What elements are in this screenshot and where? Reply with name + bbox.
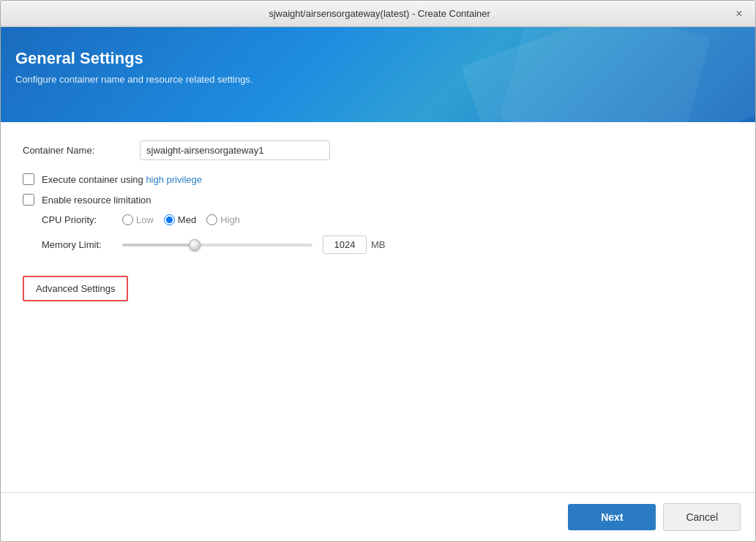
cpu-low-radio[interactable] bbox=[122, 214, 133, 225]
cpu-med-option: Med bbox=[164, 214, 196, 225]
memory-slider-container bbox=[122, 238, 312, 252]
cpu-high-option: High bbox=[206, 214, 240, 225]
resource-limit-row: Enable resource limitation bbox=[23, 194, 733, 206]
next-button[interactable]: Next bbox=[568, 504, 656, 530]
cpu-priority-row: CPU Priority: Low Med High bbox=[42, 214, 733, 225]
cpu-med-radio[interactable] bbox=[164, 214, 175, 225]
resource-limit-checkbox[interactable] bbox=[23, 194, 34, 206]
title-bar: sjwaight/airsensorgateway(latest) - Crea… bbox=[1, 1, 755, 27]
create-container-window: sjwaight/airsensorgateway(latest) - Crea… bbox=[0, 0, 756, 542]
memory-slider-thumb[interactable] bbox=[189, 239, 201, 251]
memory-slider-fill bbox=[122, 244, 198, 246]
cpu-high-label: High bbox=[220, 214, 240, 225]
advanced-settings-button[interactable]: Advanced Settings bbox=[23, 276, 128, 301]
resource-limit-label: Enable resource limitation bbox=[42, 195, 151, 206]
memory-slider-track bbox=[122, 244, 312, 246]
container-name-label: Container Name: bbox=[23, 145, 140, 156]
high-privilege-label: Execute container using high privilege bbox=[42, 174, 202, 185]
cpu-radio-group: Low Med High bbox=[122, 214, 246, 225]
memory-input-group: MB bbox=[323, 236, 386, 254]
memory-limit-row: Memory Limit: MB bbox=[42, 236, 733, 254]
footer: Next Cancel bbox=[1, 492, 755, 541]
cancel-button[interactable]: Cancel bbox=[663, 503, 741, 531]
header-subtitle: Configure container name and resource re… bbox=[15, 74, 733, 85]
cpu-high-radio[interactable] bbox=[206, 214, 217, 225]
cpu-low-label: Low bbox=[136, 214, 154, 225]
close-button[interactable]: × bbox=[732, 7, 746, 21]
content-area: Container Name: Execute container using … bbox=[1, 122, 755, 492]
container-name-row: Container Name: bbox=[23, 140, 733, 160]
high-privilege-checkbox[interactable] bbox=[23, 173, 34, 185]
window-title: sjwaight/airsensorgateway(latest) - Crea… bbox=[27, 8, 732, 19]
cpu-low-option: Low bbox=[122, 214, 154, 225]
memory-limit-label: Memory Limit: bbox=[42, 239, 122, 250]
high-privilege-row: Execute container using high privilege bbox=[23, 173, 733, 185]
memory-value-input[interactable] bbox=[323, 236, 367, 254]
memory-unit-label: MB bbox=[371, 239, 386, 250]
cpu-med-label: Med bbox=[178, 214, 196, 225]
cpu-priority-label: CPU Priority: bbox=[42, 214, 122, 225]
header-title: General Settings bbox=[15, 49, 733, 68]
container-name-input[interactable] bbox=[140, 140, 330, 160]
header-banner: General Settings Configure container nam… bbox=[1, 27, 755, 122]
